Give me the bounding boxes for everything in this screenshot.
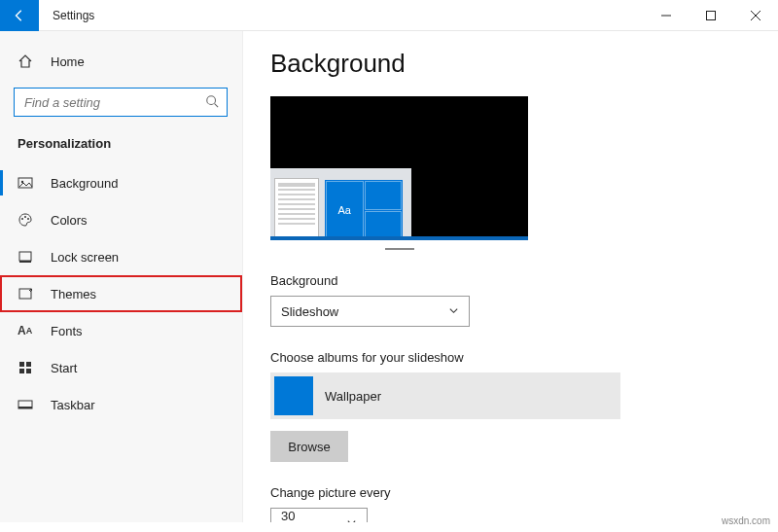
sidebar-item-label: Taskbar — [51, 398, 95, 412]
preview-accent-tile: Aa — [326, 181, 364, 239]
home-button[interactable]: Home — [0, 45, 242, 78]
titlebar: Settings — [0, 0, 778, 31]
search-icon — [205, 94, 219, 111]
sidebar-item-label: Themes — [51, 287, 96, 301]
sidebar-item-lockscreen[interactable]: Lock screen — [0, 238, 242, 275]
page-title: Background — [270, 49, 778, 79]
chevron-down-icon — [346, 516, 357, 523]
background-select-value: Slideshow — [281, 304, 338, 319]
preview-stand — [385, 246, 414, 250]
browse-button[interactable]: Browse — [270, 431, 348, 462]
album-name: Wallpaper — [325, 389, 381, 404]
svg-point-8 — [27, 218, 29, 220]
sidebar: Home Personalization Background Colors — [0, 31, 243, 522]
svg-rect-1 — [707, 11, 716, 19]
svg-line-3 — [215, 103, 219, 107]
sidebar-item-themes[interactable]: Themes — [0, 275, 242, 312]
svg-rect-10 — [19, 261, 31, 263]
close-button[interactable] — [733, 0, 778, 31]
albums-label: Choose albums for your slideshow — [270, 350, 778, 365]
watermark: wsxdn.com — [722, 515, 770, 526]
desktop-preview: Aa — [270, 96, 528, 240]
home-icon — [18, 53, 37, 69]
preview-window — [274, 178, 319, 240]
arrow-left-icon — [13, 9, 26, 22]
svg-point-6 — [21, 218, 23, 220]
sidebar-item-colors[interactable]: Colors — [0, 201, 242, 238]
sidebar-item-background[interactable]: Background — [0, 164, 242, 201]
album-item[interactable]: Wallpaper — [270, 372, 620, 419]
svg-point-7 — [24, 216, 26, 218]
search-field[interactable] — [22, 94, 205, 111]
minimize-button[interactable] — [644, 0, 689, 31]
font-icon: AA — [18, 324, 37, 337]
taskbar-icon — [18, 397, 37, 412]
start-icon — [18, 360, 37, 375]
svg-rect-13 — [26, 362, 31, 367]
interval-value: 30 minutes — [281, 509, 338, 522]
image-icon — [18, 175, 37, 191]
interval-select[interactable]: 30 minutes — [270, 508, 368, 522]
browse-label: Browse — [288, 440, 330, 454]
palette-icon — [18, 212, 37, 228]
svg-point-2 — [207, 95, 216, 104]
svg-rect-12 — [19, 362, 24, 367]
theme-icon — [18, 286, 37, 301]
preview-tiles: Aa — [325, 180, 403, 240]
svg-rect-17 — [18, 407, 32, 408]
back-button[interactable] — [0, 0, 39, 31]
sidebar-item-label: Lock screen — [51, 250, 119, 265]
svg-rect-15 — [26, 369, 31, 373]
chevron-down-icon — [448, 304, 459, 319]
sidebar-item-label: Background — [51, 176, 118, 191]
window-title: Settings — [39, 9, 94, 22]
sidebar-item-taskbar[interactable]: Taskbar — [0, 386, 242, 423]
background-label: Background — [270, 273, 778, 288]
svg-rect-9 — [19, 252, 31, 261]
search-input[interactable] — [14, 88, 228, 117]
lock-icon — [18, 249, 37, 265]
album-thumbnail — [274, 376, 313, 415]
svg-rect-14 — [19, 369, 24, 373]
sidebar-item-start[interactable]: Start — [0, 349, 242, 386]
maximize-button[interactable] — [689, 0, 733, 31]
sidebar-item-label: Fonts — [51, 324, 83, 338]
category-title: Personalization — [0, 130, 242, 164]
sidebar-item-label: Start — [51, 361, 77, 375]
home-label: Home — [51, 54, 85, 69]
content-pane: Background Aa Background Slideshow — [243, 31, 778, 522]
background-select[interactable]: Slideshow — [270, 296, 470, 327]
sidebar-item-fonts[interactable]: AA Fonts — [0, 312, 242, 349]
interval-label: Change picture every — [270, 485, 778, 500]
window-controls — [644, 0, 778, 31]
sidebar-item-label: Colors — [51, 213, 88, 228]
